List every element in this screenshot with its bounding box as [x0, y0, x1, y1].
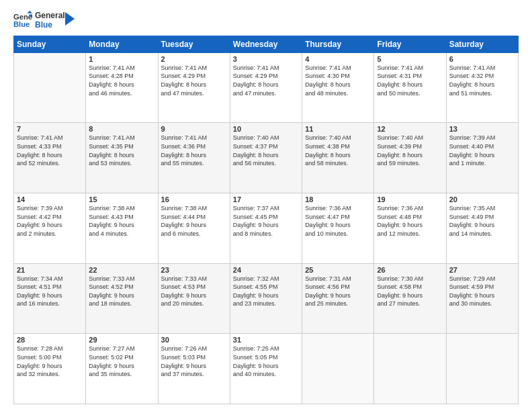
calendar-cell [14, 52, 86, 123]
day-number: 14 [17, 195, 83, 203]
calendar-cell: 3Sunrise: 7:41 AM Sunset: 4:29 PM Daylig… [230, 52, 302, 123]
calendar-cell: 24Sunrise: 7:32 AM Sunset: 4:55 PM Dayli… [230, 263, 302, 334]
calendar-cell: 23Sunrise: 7:33 AM Sunset: 4:53 PM Dayli… [158, 263, 230, 334]
day-info: Sunrise: 7:31 AM Sunset: 4:56 PM Dayligh… [305, 275, 371, 308]
calendar-cell: 15Sunrise: 7:38 AM Sunset: 4:43 PM Dayli… [86, 193, 158, 264]
calendar-cell: 31Sunrise: 7:25 AM Sunset: 5:05 PM Dayli… [230, 334, 302, 404]
day-number: 9 [161, 125, 227, 133]
day-info: Sunrise: 7:32 AM Sunset: 4:55 PM Dayligh… [233, 275, 299, 308]
day-number: 7 [17, 125, 83, 133]
day-info: Sunrise: 7:41 AM Sunset: 4:36 PM Dayligh… [161, 134, 227, 167]
day-info: Sunrise: 7:39 AM Sunset: 4:40 PM Dayligh… [449, 134, 515, 167]
logo-icon: General Blue [13, 11, 32, 30]
day-number: 19 [377, 195, 443, 203]
day-info: Sunrise: 7:36 AM Sunset: 4:48 PM Dayligh… [377, 204, 443, 238]
day-info: Sunrise: 7:41 AM Sunset: 4:29 PM Dayligh… [161, 64, 227, 97]
logo-arrow-icon [65, 12, 75, 26]
day-number: 15 [89, 195, 154, 203]
calendar-cell: 6Sunrise: 7:41 AM Sunset: 4:32 PM Daylig… [446, 52, 518, 123]
header: General Blue General Blue [13, 11, 519, 30]
calendar-cell: 9Sunrise: 7:41 AM Sunset: 4:36 PM Daylig… [158, 123, 230, 193]
day-info: Sunrise: 7:41 AM Sunset: 4:30 PM Dayligh… [305, 64, 371, 97]
day-info: Sunrise: 7:25 AM Sunset: 5:05 PM Dayligh… [233, 345, 299, 378]
day-info: Sunrise: 7:36 AM Sunset: 4:47 PM Dayligh… [305, 204, 371, 238]
day-info: Sunrise: 7:30 AM Sunset: 4:58 PM Dayligh… [377, 275, 443, 308]
day-number: 10 [233, 125, 299, 133]
day-info: Sunrise: 7:40 AM Sunset: 4:37 PM Dayligh… [233, 134, 299, 167]
day-info: Sunrise: 7:39 AM Sunset: 4:42 PM Dayligh… [17, 204, 83, 238]
day-info: Sunrise: 7:29 AM Sunset: 4:59 PM Dayligh… [449, 275, 515, 308]
weekday-header-sunday: Sunday [14, 36, 86, 52]
day-number: 23 [161, 266, 227, 274]
day-info: Sunrise: 7:41 AM Sunset: 4:32 PM Dayligh… [449, 64, 515, 97]
day-number: 4 [305, 55, 371, 63]
week-row-1: 1Sunrise: 7:41 AM Sunset: 4:28 PM Daylig… [14, 52, 519, 123]
calendar-cell: 13Sunrise: 7:39 AM Sunset: 4:40 PM Dayli… [446, 123, 518, 193]
day-number: 3 [233, 55, 299, 63]
svg-text:Blue: Blue [13, 21, 30, 29]
day-info: Sunrise: 7:38 AM Sunset: 4:43 PM Dayligh… [89, 204, 154, 238]
calendar-cell: 12Sunrise: 7:40 AM Sunset: 4:39 PM Dayli… [374, 123, 446, 193]
calendar-cell: 28Sunrise: 7:28 AM Sunset: 5:00 PM Dayli… [14, 334, 86, 404]
day-info: Sunrise: 7:38 AM Sunset: 4:44 PM Dayligh… [161, 204, 227, 238]
day-number: 25 [305, 266, 371, 274]
day-number: 8 [89, 125, 154, 133]
week-row-3: 14Sunrise: 7:39 AM Sunset: 4:42 PM Dayli… [14, 193, 519, 264]
calendar-cell: 25Sunrise: 7:31 AM Sunset: 4:56 PM Dayli… [302, 263, 374, 334]
day-info: Sunrise: 7:28 AM Sunset: 5:00 PM Dayligh… [17, 345, 83, 378]
week-row-4: 21Sunrise: 7:34 AM Sunset: 4:51 PM Dayli… [14, 263, 519, 334]
calendar-cell: 29Sunrise: 7:27 AM Sunset: 5:02 PM Dayli… [86, 334, 158, 404]
calendar-table: SundayMondayTuesdayWednesdayThursdayFrid… [13, 36, 519, 404]
calendar-page: General Blue General Blue SundayMondayTu… [0, 0, 532, 411]
day-info: Sunrise: 7:41 AM Sunset: 4:31 PM Dayligh… [377, 64, 443, 97]
day-info: Sunrise: 7:40 AM Sunset: 4:38 PM Dayligh… [305, 134, 371, 167]
calendar-cell [374, 334, 446, 404]
calendar-cell: 18Sunrise: 7:36 AM Sunset: 4:47 PM Dayli… [302, 193, 374, 264]
day-info: Sunrise: 7:27 AM Sunset: 5:02 PM Dayligh… [89, 345, 154, 378]
day-number: 30 [161, 336, 227, 344]
day-number: 24 [233, 266, 299, 274]
day-number: 28 [17, 336, 83, 344]
svg-marker-2 [28, 11, 32, 13]
day-info: Sunrise: 7:33 AM Sunset: 4:52 PM Dayligh… [89, 275, 154, 308]
calendar-cell: 21Sunrise: 7:34 AM Sunset: 4:51 PM Dayli… [14, 263, 86, 334]
weekday-header-thursday: Thursday [302, 36, 374, 52]
calendar-cell [302, 334, 374, 404]
calendar-cell [446, 334, 518, 404]
calendar-cell: 30Sunrise: 7:26 AM Sunset: 5:03 PM Dayli… [158, 334, 230, 404]
day-number: 27 [449, 266, 515, 274]
calendar-cell: 11Sunrise: 7:40 AM Sunset: 4:38 PM Dayli… [302, 123, 374, 193]
day-info: Sunrise: 7:41 AM Sunset: 4:28 PM Dayligh… [89, 64, 154, 97]
calendar-cell: 27Sunrise: 7:29 AM Sunset: 4:59 PM Dayli… [446, 263, 518, 334]
day-info: Sunrise: 7:41 AM Sunset: 4:29 PM Dayligh… [233, 64, 299, 97]
calendar-cell: 5Sunrise: 7:41 AM Sunset: 4:31 PM Daylig… [374, 52, 446, 123]
day-number: 13 [449, 125, 515, 133]
calendar-cell: 4Sunrise: 7:41 AM Sunset: 4:30 PM Daylig… [302, 52, 374, 123]
day-number: 21 [17, 266, 83, 274]
calendar-cell: 26Sunrise: 7:30 AM Sunset: 4:58 PM Dayli… [374, 263, 446, 334]
day-number: 17 [233, 195, 299, 203]
day-number: 26 [377, 266, 443, 274]
day-number: 29 [89, 336, 154, 344]
day-number: 12 [377, 125, 443, 133]
day-number: 31 [233, 336, 299, 344]
weekday-header-wednesday: Wednesday [230, 36, 302, 52]
day-info: Sunrise: 7:41 AM Sunset: 4:35 PM Dayligh… [89, 134, 154, 167]
day-info: Sunrise: 7:34 AM Sunset: 4:51 PM Dayligh… [17, 275, 83, 308]
weekday-header-friday: Friday [374, 36, 446, 52]
weekday-header-monday: Monday [86, 36, 158, 52]
day-number: 22 [89, 266, 154, 274]
logo: General Blue General Blue [13, 11, 75, 30]
calendar-cell: 16Sunrise: 7:38 AM Sunset: 4:44 PM Dayli… [158, 193, 230, 264]
day-number: 2 [161, 55, 227, 63]
svg-text:General: General [13, 13, 32, 21]
calendar-cell: 2Sunrise: 7:41 AM Sunset: 4:29 PM Daylig… [158, 52, 230, 123]
calendar-cell: 19Sunrise: 7:36 AM Sunset: 4:48 PM Dayli… [374, 193, 446, 264]
weekday-header-tuesday: Tuesday [158, 36, 230, 52]
day-info: Sunrise: 7:41 AM Sunset: 4:33 PM Dayligh… [17, 134, 83, 167]
day-info: Sunrise: 7:37 AM Sunset: 4:45 PM Dayligh… [233, 204, 299, 238]
svg-marker-4 [65, 12, 75, 26]
day-number: 16 [161, 195, 227, 203]
calendar-cell: 22Sunrise: 7:33 AM Sunset: 4:52 PM Dayli… [86, 263, 158, 334]
week-row-5: 28Sunrise: 7:28 AM Sunset: 5:00 PM Dayli… [14, 334, 519, 404]
